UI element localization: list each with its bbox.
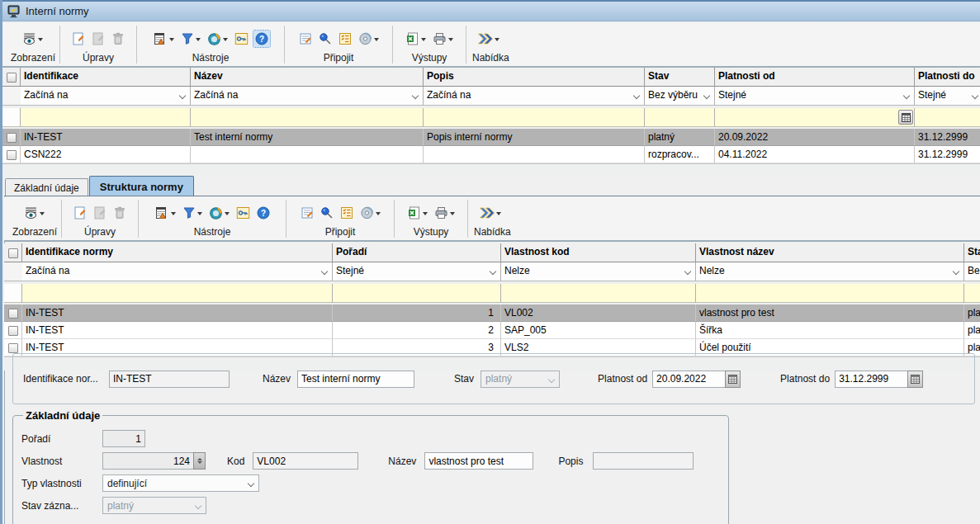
delete-record-button[interactable]: [110, 31, 126, 47]
tab-struktura-normy[interactable]: Struktura normy: [89, 176, 194, 196]
kod-field[interactable]: [253, 452, 358, 470]
new-record-button[interactable]: [72, 205, 88, 221]
print-button[interactable]: [431, 31, 455, 47]
calendar-icon: [902, 113, 911, 122]
help-button[interactable]: ?: [253, 31, 270, 47]
platnost-do-input[interactable]: [835, 371, 907, 388]
view-eye-button[interactable]: [21, 31, 45, 47]
table-row[interactable]: CSN222 rozpracov... 04.11.2022 31.12.299…: [2, 146, 980, 163]
export-excel-button[interactable]: [405, 31, 428, 47]
row-checkbox[interactable]: [2, 146, 21, 163]
filter-condition-select[interactable]: Bez výběru: [645, 87, 715, 106]
vlastnost-field[interactable]: [102, 452, 193, 470]
menu-chevrons-button[interactable]: [476, 31, 501, 47]
column-header[interactable]: Vlastnost kod: [501, 243, 696, 262]
table-row[interactable]: IN-TEST 2 SAP_005 Šířka platný: [4, 322, 980, 339]
filter-condition-select[interactable]: Začíná na: [191, 87, 424, 106]
table-settings-button[interactable]: [152, 31, 176, 47]
print-button[interactable]: [433, 205, 457, 221]
filter-condition-select[interactable]: Začíná na: [22, 262, 333, 281]
table-row[interactable]: IN-TEST 1 VL002 vlastnost pro test platn…: [4, 304, 980, 322]
checklist-button[interactable]: [337, 31, 353, 47]
parameters-key-button[interactable]: [233, 31, 250, 47]
filter-input[interactable]: [22, 284, 333, 303]
export-excel-button[interactable]: [406, 205, 429, 221]
refresh-button[interactable]: [206, 31, 230, 48]
filter-date-input[interactable]: [915, 108, 980, 127]
calendar-icon: [911, 375, 920, 384]
nazev-field[interactable]: [424, 452, 533, 470]
popis-field[interactable]: [593, 452, 694, 470]
tab-zakladni-udaje[interactable]: Základní údaje: [5, 178, 88, 196]
column-header[interactable]: Identifikace normy: [22, 243, 333, 262]
select-all-checkbox[interactable]: [2, 68, 21, 87]
row-checkbox[interactable]: [4, 322, 22, 339]
filter-input[interactable]: [191, 108, 424, 127]
cell-poradi: 1: [333, 304, 501, 322]
column-header[interactable]: Platnosti od: [715, 68, 915, 87]
calendar-button[interactable]: [907, 371, 923, 388]
cell-platnost-od: 20.09.2022: [715, 129, 915, 146]
pin-button[interactable]: [319, 205, 335, 221]
filter-condition-select[interactable]: Nelze: [696, 262, 964, 281]
column-header[interactable]: Popis: [424, 68, 645, 87]
view-eye-button[interactable]: [22, 205, 46, 221]
filter-input[interactable]: [696, 284, 964, 303]
data-disc-button[interactable]: [358, 205, 382, 221]
filter-condition-select[interactable]: Stejné: [333, 262, 501, 281]
filter-input[interactable]: [501, 284, 696, 303]
pin-button[interactable]: [317, 31, 334, 47]
filter-condition-select[interactable]: Bez výběru: [964, 262, 980, 281]
edit-record-button[interactable]: [90, 31, 107, 47]
filter-input[interactable]: [964, 284, 980, 303]
column-header[interactable]: Název: [191, 68, 424, 87]
parameters-key-button[interactable]: [234, 205, 252, 221]
filter-funnel-button[interactable]: [179, 31, 202, 47]
table-row[interactable]: IN-TEST Test interní normy Popis interní…: [2, 129, 980, 146]
row-checkbox[interactable]: [4, 304, 22, 322]
help-button[interactable]: ?: [255, 205, 272, 221]
column-header[interactable]: Stav: [964, 243, 980, 262]
column-header[interactable]: Stav: [645, 68, 715, 87]
cell-platnost-do: 31.12.2999: [915, 146, 980, 163]
select-all-checkbox[interactable]: [4, 243, 22, 262]
filter-input[interactable]: [645, 108, 715, 127]
row-checkbox[interactable]: [2, 129, 21, 146]
identifikace-field[interactable]: [109, 371, 230, 388]
stav-select[interactable]: platný: [481, 371, 560, 388]
filter-input[interactable]: [21, 108, 191, 127]
filter-condition-select[interactable]: Nelze: [501, 262, 696, 281]
filter-condition-select[interactable]: Stejné: [715, 87, 915, 106]
column-header[interactable]: Pořadí: [333, 243, 501, 262]
edit-record-button[interactable]: [92, 205, 108, 221]
filter-date-input[interactable]: [715, 108, 915, 127]
chevron-down-icon: [972, 92, 978, 99]
typ-vlastnosti-select[interactable]: definující: [102, 474, 259, 492]
table-settings-button[interactable]: [154, 205, 178, 221]
attach-note-button[interactable]: [299, 205, 315, 221]
refresh-button[interactable]: [207, 205, 231, 222]
calendar-button[interactable]: [898, 110, 913, 125]
calendar-button[interactable]: [725, 371, 741, 388]
toolbar-group-label: Nabídka: [469, 52, 523, 65]
column-header[interactable]: Vlastnost název: [696, 243, 964, 262]
filter-condition-select[interactable]: Začíná na: [21, 87, 191, 106]
delete-record-button[interactable]: [111, 205, 128, 221]
column-header[interactable]: Identifikace: [21, 68, 191, 87]
attach-note-button[interactable]: [297, 31, 314, 47]
platnost-od-input[interactable]: [652, 371, 725, 388]
filter-funnel-button[interactable]: [181, 205, 204, 221]
filter-condition-select[interactable]: Stejné: [915, 87, 980, 106]
vlastnost-spinner[interactable]: [193, 452, 206, 470]
checklist-button[interactable]: [339, 205, 355, 221]
filter-input[interactable]: [424, 108, 645, 127]
column-header[interactable]: Platnosti do: [915, 68, 980, 87]
filter-condition-select[interactable]: Začíná na: [424, 87, 645, 106]
data-disc-button[interactable]: [357, 31, 381, 47]
poradi-field[interactable]: [102, 430, 145, 447]
menu-chevrons-button[interactable]: [477, 205, 503, 221]
new-record-button[interactable]: [70, 31, 87, 47]
stav-zaznamu-select[interactable]: platný: [102, 497, 206, 514]
filter-input[interactable]: [333, 284, 501, 303]
nazev-field[interactable]: [297, 371, 414, 388]
